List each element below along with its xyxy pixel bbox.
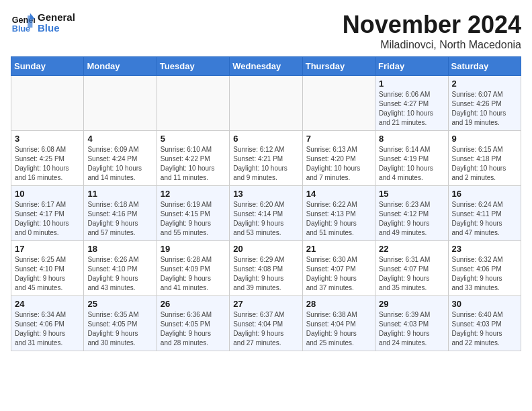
- calendar-cell: [84, 76, 157, 131]
- calendar-header: SundayMondayTuesdayWednesdayThursdayFrid…: [11, 57, 521, 76]
- month-title: November 2024: [343, 11, 521, 39]
- day-number: 4: [87, 134, 152, 144]
- day-number: 26: [161, 299, 226, 309]
- day-info: Sunrise: 6:31 AM Sunset: 4:07 PM Dayligh…: [379, 255, 444, 293]
- day-info: Sunrise: 6:13 AM Sunset: 4:20 PM Dayligh…: [306, 145, 371, 183]
- day-info: Sunrise: 6:22 AM Sunset: 4:13 PM Dayligh…: [306, 200, 371, 238]
- calendar-cell: 18Sunrise: 6:26 AM Sunset: 4:10 PM Dayli…: [84, 241, 157, 296]
- day-info: Sunrise: 6:40 AM Sunset: 4:03 PM Dayligh…: [452, 310, 517, 348]
- day-number: 1: [379, 79, 444, 89]
- calendar-body: 1Sunrise: 6:06 AM Sunset: 4:27 PM Daylig…: [11, 76, 521, 351]
- day-number: 5: [161, 134, 226, 144]
- day-info: Sunrise: 6:12 AM Sunset: 4:21 PM Dayligh…: [233, 145, 298, 183]
- week-row-1: 1Sunrise: 6:06 AM Sunset: 4:27 PM Daylig…: [11, 76, 521, 131]
- day-number: 10: [15, 189, 80, 199]
- calendar-cell: 27Sunrise: 6:37 AM Sunset: 4:04 PM Dayli…: [230, 296, 302, 351]
- calendar-cell: [11, 76, 84, 131]
- day-number: 24: [15, 299, 80, 309]
- day-info: Sunrise: 6:08 AM Sunset: 4:25 PM Dayligh…: [15, 145, 80, 183]
- calendar-cell: 14Sunrise: 6:22 AM Sunset: 4:13 PM Dayli…: [302, 186, 375, 241]
- day-info: Sunrise: 6:06 AM Sunset: 4:27 PM Dayligh…: [379, 90, 444, 128]
- day-number: 29: [379, 299, 444, 309]
- week-row-5: 24Sunrise: 6:34 AM Sunset: 4:06 PM Dayli…: [11, 296, 521, 351]
- calendar-table: SundayMondayTuesdayWednesdayThursdayFrid…: [11, 56, 521, 351]
- location-title: Miladinovci, North Macedonia: [343, 39, 521, 51]
- weekday-header-thursday: Thursday: [302, 57, 375, 76]
- calendar-cell: 22Sunrise: 6:31 AM Sunset: 4:07 PM Dayli…: [375, 241, 448, 296]
- day-number: 17: [15, 244, 80, 254]
- calendar-cell: 16Sunrise: 6:24 AM Sunset: 4:11 PM Dayli…: [448, 186, 521, 241]
- day-info: Sunrise: 6:38 AM Sunset: 4:04 PM Dayligh…: [306, 310, 371, 348]
- day-number: 7: [306, 134, 371, 144]
- day-info: Sunrise: 6:25 AM Sunset: 4:10 PM Dayligh…: [15, 255, 80, 293]
- calendar-cell: 6Sunrise: 6:12 AM Sunset: 4:21 PM Daylig…: [230, 131, 302, 186]
- day-number: 27: [233, 299, 298, 309]
- calendar-cell: 29Sunrise: 6:39 AM Sunset: 4:03 PM Dayli…: [375, 296, 448, 351]
- day-number: 22: [379, 244, 444, 254]
- calendar-cell: 17Sunrise: 6:25 AM Sunset: 4:10 PM Dayli…: [11, 241, 84, 296]
- week-row-2: 3Sunrise: 6:08 AM Sunset: 4:25 PM Daylig…: [11, 131, 521, 186]
- day-info: Sunrise: 6:35 AM Sunset: 4:05 PM Dayligh…: [87, 310, 152, 348]
- day-info: Sunrise: 6:30 AM Sunset: 4:07 PM Dayligh…: [306, 255, 371, 293]
- day-info: Sunrise: 6:23 AM Sunset: 4:12 PM Dayligh…: [379, 200, 444, 238]
- calendar-cell: [157, 76, 229, 131]
- day-info: Sunrise: 6:09 AM Sunset: 4:24 PM Dayligh…: [87, 145, 152, 183]
- weekday-header-monday: Monday: [84, 57, 157, 76]
- logo-line2: Blue: [38, 23, 75, 34]
- weekday-header-tuesday: Tuesday: [157, 57, 229, 76]
- calendar-cell: 24Sunrise: 6:34 AM Sunset: 4:06 PM Dayli…: [11, 296, 84, 351]
- weekday-header-sunday: Sunday: [11, 57, 84, 76]
- calendar-cell: 11Sunrise: 6:18 AM Sunset: 4:16 PM Dayli…: [84, 186, 157, 241]
- page-header: General Blue General Blue November 2024 …: [11, 11, 521, 51]
- day-number: 2: [452, 79, 517, 89]
- day-number: 12: [161, 189, 226, 199]
- weekday-header-row: SundayMondayTuesdayWednesdayThursdayFrid…: [11, 57, 521, 76]
- day-info: Sunrise: 6:07 AM Sunset: 4:26 PM Dayligh…: [452, 90, 517, 128]
- day-number: 23: [452, 244, 517, 254]
- day-info: Sunrise: 6:20 AM Sunset: 4:14 PM Dayligh…: [233, 200, 298, 238]
- calendar-cell: 21Sunrise: 6:30 AM Sunset: 4:07 PM Dayli…: [302, 241, 375, 296]
- calendar-cell: 30Sunrise: 6:40 AM Sunset: 4:03 PM Dayli…: [448, 296, 521, 351]
- day-info: Sunrise: 6:19 AM Sunset: 4:15 PM Dayligh…: [161, 200, 226, 238]
- logo: General Blue General Blue: [11, 11, 75, 35]
- day-info: Sunrise: 6:17 AM Sunset: 4:17 PM Dayligh…: [15, 200, 80, 238]
- day-info: Sunrise: 6:39 AM Sunset: 4:03 PM Dayligh…: [379, 310, 444, 348]
- calendar-cell: 3Sunrise: 6:08 AM Sunset: 4:25 PM Daylig…: [11, 131, 84, 186]
- week-row-4: 17Sunrise: 6:25 AM Sunset: 4:10 PM Dayli…: [11, 241, 521, 296]
- svg-text:Blue: Blue: [12, 24, 30, 34]
- calendar-cell: 9Sunrise: 6:15 AM Sunset: 4:18 PM Daylig…: [448, 131, 521, 186]
- day-info: Sunrise: 6:24 AM Sunset: 4:11 PM Dayligh…: [452, 200, 517, 238]
- day-info: Sunrise: 6:28 AM Sunset: 4:09 PM Dayligh…: [161, 255, 226, 293]
- day-number: 9: [452, 134, 517, 144]
- day-number: 3: [15, 134, 80, 144]
- calendar-cell: 5Sunrise: 6:10 AM Sunset: 4:22 PM Daylig…: [157, 131, 229, 186]
- day-number: 13: [233, 189, 298, 199]
- day-number: 18: [87, 244, 152, 254]
- calendar-cell: 26Sunrise: 6:36 AM Sunset: 4:05 PM Dayli…: [157, 296, 229, 351]
- day-number: 15: [379, 189, 444, 199]
- calendar-cell: 15Sunrise: 6:23 AM Sunset: 4:12 PM Dayli…: [375, 186, 448, 241]
- day-number: 8: [379, 134, 444, 144]
- calendar-cell: 23Sunrise: 6:32 AM Sunset: 4:06 PM Dayli…: [448, 241, 521, 296]
- day-info: Sunrise: 6:29 AM Sunset: 4:08 PM Dayligh…: [233, 255, 298, 293]
- weekday-header-wednesday: Wednesday: [230, 57, 302, 76]
- day-number: 19: [161, 244, 226, 254]
- weekday-header-friday: Friday: [375, 57, 448, 76]
- week-row-3: 10Sunrise: 6:17 AM Sunset: 4:17 PM Dayli…: [11, 186, 521, 241]
- day-info: Sunrise: 6:34 AM Sunset: 4:06 PM Dayligh…: [15, 310, 80, 348]
- day-info: Sunrise: 6:37 AM Sunset: 4:04 PM Dayligh…: [233, 310, 298, 348]
- day-info: Sunrise: 6:18 AM Sunset: 4:16 PM Dayligh…: [87, 200, 152, 238]
- day-info: Sunrise: 6:10 AM Sunset: 4:22 PM Dayligh…: [161, 145, 226, 183]
- calendar-cell: 7Sunrise: 6:13 AM Sunset: 4:20 PM Daylig…: [302, 131, 375, 186]
- day-number: 14: [306, 189, 371, 199]
- day-info: Sunrise: 6:15 AM Sunset: 4:18 PM Dayligh…: [452, 145, 517, 183]
- day-number: 16: [452, 189, 517, 199]
- day-number: 11: [87, 189, 152, 199]
- calendar-cell: [302, 76, 375, 131]
- calendar-cell: 1Sunrise: 6:06 AM Sunset: 4:27 PM Daylig…: [375, 76, 448, 131]
- calendar-cell: [230, 76, 302, 131]
- title-area: November 2024 Miladinovci, North Macedon…: [343, 11, 521, 51]
- day-number: 21: [306, 244, 371, 254]
- calendar-cell: 13Sunrise: 6:20 AM Sunset: 4:14 PM Dayli…: [230, 186, 302, 241]
- calendar-cell: 12Sunrise: 6:19 AM Sunset: 4:15 PM Dayli…: [157, 186, 229, 241]
